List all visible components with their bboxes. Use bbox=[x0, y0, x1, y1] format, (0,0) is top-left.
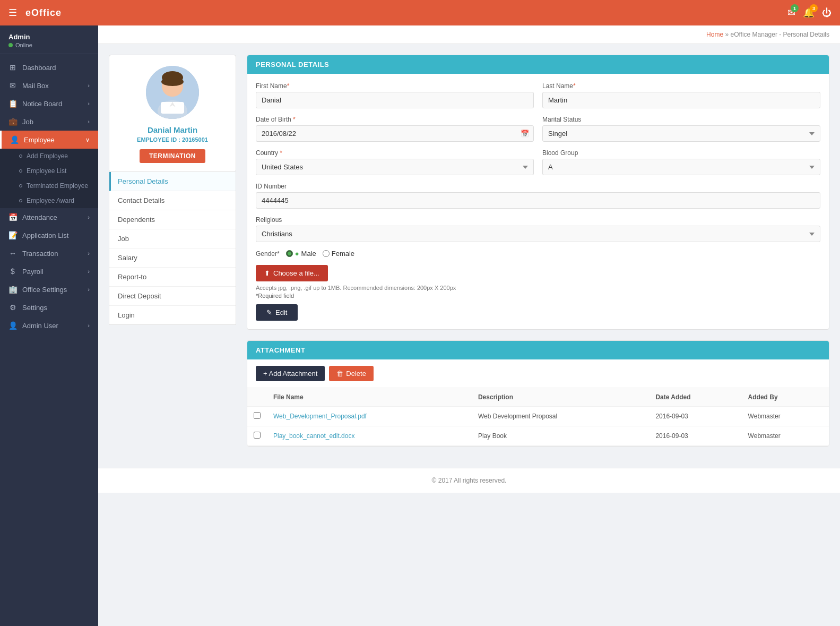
arrow-icon: › bbox=[88, 286, 90, 293]
page-footer: © 2017 All rights reserved. bbox=[98, 468, 840, 493]
col-filename: File Name bbox=[267, 388, 472, 407]
id-number-label: ID Number bbox=[256, 183, 820, 190]
first-name-group: First Name* bbox=[256, 82, 534, 108]
svg-point-4 bbox=[161, 78, 184, 86]
blood-group: Blood Group A B AB O bbox=[542, 149, 820, 175]
main-content: Home » eOffice Manager - Personal Detail… bbox=[98, 25, 840, 626]
subnav-direct-deposit[interactable]: Direct Deposit bbox=[109, 287, 236, 306]
marital-label: Marital Status bbox=[542, 116, 820, 123]
sidebar-item-employee-award[interactable]: Employee Award bbox=[0, 193, 98, 208]
col-added-by: Added By bbox=[742, 388, 829, 407]
sidebar-item-noticeboard[interactable]: 📋 Notice Board › bbox=[0, 95, 98, 113]
arrow-icon: › bbox=[88, 82, 90, 89]
sidebar-item-terminated-employee[interactable]: Terminated Employee bbox=[0, 178, 98, 193]
last-name-input[interactable] bbox=[542, 92, 820, 108]
name-row: First Name* Last Name* bbox=[256, 82, 820, 108]
sidebar-item-mailbox[interactable]: ✉ Mail Box › bbox=[0, 76, 98, 95]
marital-select[interactable]: Singel Married Divorced bbox=[542, 125, 820, 142]
calendar-icon[interactable]: 📅 bbox=[516, 130, 533, 138]
sidebar-item-settings[interactable]: ⚙ Settings bbox=[0, 298, 98, 316]
edit-button[interactable]: ✎ Edit bbox=[256, 304, 298, 321]
file-link[interactable]: Web_Development_Proposal.pdf bbox=[273, 413, 367, 420]
breadcrumb-home[interactable]: Home bbox=[706, 31, 723, 38]
sidebar-item-label: Mail Box bbox=[22, 82, 49, 90]
sidebar-item-transaction[interactable]: ↔ Transaction › bbox=[0, 244, 98, 262]
date-cell: 2016-09-03 bbox=[649, 407, 741, 426]
breadcrumb-sep: » bbox=[725, 31, 729, 38]
sidebar-item-office-settings[interactable]: 🏢 Office Settings › bbox=[0, 280, 98, 298]
sidebar-item-label: Application List bbox=[22, 231, 68, 239]
sidebar-item-label: Employee bbox=[24, 136, 55, 144]
subnav-salary[interactable]: Salary bbox=[109, 248, 236, 268]
country-select[interactable]: United States Canada United Kingdom bbox=[256, 159, 534, 175]
bell-icon-btn[interactable]: 🔔 3 bbox=[803, 7, 815, 19]
personal-details-body: First Name* Last Name* bbox=[247, 74, 829, 329]
arrow-icon: › bbox=[88, 100, 90, 107]
row-checkbox[interactable] bbox=[254, 412, 261, 419]
sidebar-item-add-employee[interactable]: Add Employee bbox=[0, 149, 98, 164]
mail-icon-btn[interactable]: ✉ 1 bbox=[787, 7, 795, 19]
gender-male-option[interactable]: ● Male bbox=[286, 250, 316, 258]
employee-sub-nav: Personal Details Contact Details Depende… bbox=[109, 172, 236, 325]
dob-input[interactable] bbox=[256, 126, 516, 141]
power-icon-btn[interactable]: ⏻ bbox=[822, 7, 832, 19]
sidebar-nav: ⊞ Dashboard ✉ Mail Box › 📋 Notice Board … bbox=[0, 54, 98, 626]
brand-logo: eOffice bbox=[25, 7, 62, 19]
bell-badge: 3 bbox=[810, 4, 818, 12]
sub-dot-icon bbox=[19, 169, 22, 173]
add-attachment-button[interactable]: + Add Attachment bbox=[256, 366, 325, 381]
sidebar-user: Admin Online bbox=[0, 25, 98, 54]
termination-button[interactable]: TERMINATION bbox=[140, 149, 205, 163]
first-name-input[interactable] bbox=[256, 92, 534, 108]
subnav-job[interactable]: Job bbox=[109, 229, 236, 248]
sidebar-item-employee-list[interactable]: Employee List bbox=[0, 164, 98, 178]
file-upload-button[interactable]: ⬆ Choose a file... bbox=[256, 265, 328, 281]
subnav-dependents[interactable]: Dependents bbox=[109, 210, 236, 229]
job-icon: 💼 bbox=[8, 117, 17, 126]
gender-female-radio[interactable] bbox=[323, 250, 330, 257]
employee-submenu: Add Employee Employee List Terminated Em… bbox=[0, 149, 98, 208]
sidebar-item-employee[interactable]: 👤 Employee ∨ bbox=[0, 131, 98, 149]
blood-select[interactable]: A B AB O bbox=[542, 159, 820, 175]
sidebar-item-application-list[interactable]: 📝 Application List bbox=[0, 226, 98, 244]
topnav-icons: ✉ 1 🔔 3 ⏻ bbox=[787, 7, 832, 19]
gender-male-radio[interactable] bbox=[286, 250, 293, 257]
dob-label: Date of Birth * bbox=[256, 116, 534, 123]
subnav-report-to[interactable]: Report-to bbox=[109, 268, 236, 287]
subnav-label: Add Employee bbox=[27, 152, 68, 160]
upload-icon: ⬆ bbox=[264, 269, 270, 277]
admin-name: Admin bbox=[8, 33, 90, 41]
sidebar-item-dashboard[interactable]: ⊞ Dashboard bbox=[0, 58, 98, 76]
sidebar-item-admin-user[interactable]: 👤 Admin User › bbox=[0, 316, 98, 335]
file-link[interactable]: Play_book_cannot_edit.docx bbox=[273, 432, 354, 440]
row-checkbox[interactable] bbox=[254, 432, 261, 439]
description-cell: Play Book bbox=[472, 426, 649, 446]
subnav-contact-details[interactable]: Contact Details bbox=[109, 191, 236, 210]
first-name-label: First Name* bbox=[256, 82, 534, 90]
sidebar-item-payroll[interactable]: $ Payroll › bbox=[0, 262, 98, 280]
sidebar-item-job[interactable]: 💼 Job › bbox=[0, 113, 98, 131]
id-number-input[interactable] bbox=[256, 192, 820, 209]
trash-icon: 🗑 bbox=[336, 370, 343, 378]
arrow-icon: › bbox=[88, 118, 90, 125]
religious-row: Religious Christians Islam Hindu Buddhis… bbox=[256, 216, 820, 242]
added-by-cell: Webmaster bbox=[742, 426, 829, 446]
gender-female-option[interactable]: Female bbox=[323, 250, 354, 258]
breadcrumb-current: eOffice Manager - Personal Details bbox=[730, 31, 829, 38]
religious-label: Religious bbox=[256, 216, 820, 224]
file-upload-section: ⬆ Choose a file... Accepts jpg, .png, .g… bbox=[256, 265, 820, 299]
top-navbar: ☰ eOffice ✉ 1 🔔 3 ⏻ bbox=[0, 0, 840, 25]
menu-icon[interactable]: ☰ bbox=[8, 7, 17, 19]
sidebar: Admin Online ⊞ Dashboard ✉ Mail Box › bbox=[0, 25, 98, 626]
table-header-row: File Name Description Date Added Added B… bbox=[247, 388, 829, 407]
transaction-icon: ↔ bbox=[8, 249, 17, 258]
subnav-personal-details[interactable]: Personal Details bbox=[109, 172, 236, 191]
file-hint: Accepts jpg, .png, .gif up to 1MB. Recom… bbox=[256, 285, 820, 291]
delete-button[interactable]: 🗑 Delete bbox=[329, 366, 374, 381]
sidebar-item-label: Job bbox=[22, 118, 33, 126]
religious-select[interactable]: Christians Islam Hindu Buddhist Other bbox=[256, 226, 820, 242]
mailbox-icon: ✉ bbox=[8, 81, 17, 90]
id-row: ID Number bbox=[256, 183, 820, 209]
sidebar-item-attendance[interactable]: 📅 Attendance › bbox=[0, 208, 98, 226]
subnav-login[interactable]: Login bbox=[109, 306, 236, 324]
